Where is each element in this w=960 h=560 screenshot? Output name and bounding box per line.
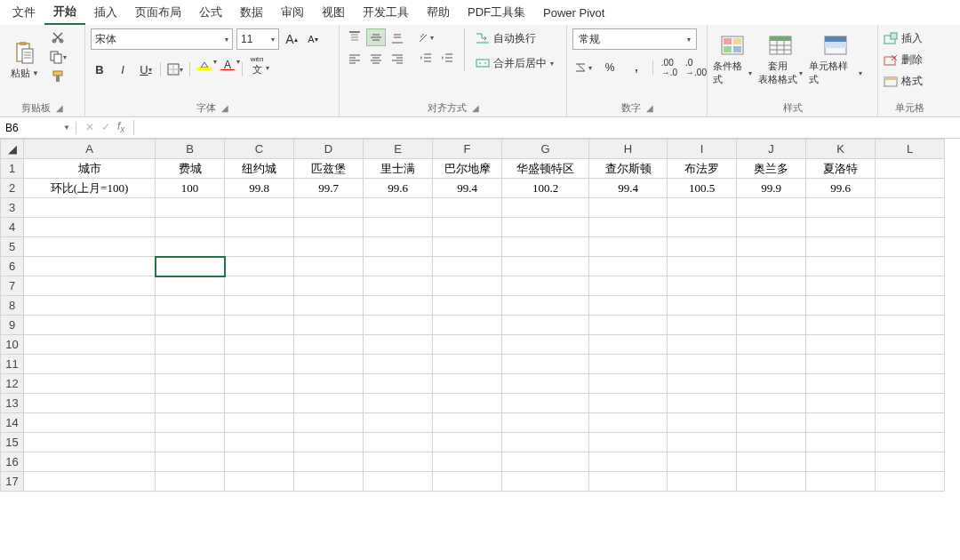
cell[interactable] [876, 413, 945, 433]
menu-view[interactable]: 视图 [313, 1, 354, 24]
cell[interactable] [24, 198, 156, 218]
cell[interactable] [225, 296, 294, 316]
row-header-16[interactable]: 16 [1, 452, 24, 472]
cell[interactable] [24, 218, 156, 237]
cell[interactable] [294, 198, 364, 218]
cell[interactable] [589, 374, 668, 394]
orientation-button[interactable]: ▾ [416, 28, 436, 46]
chevron-down-icon[interactable]: ▼ [60, 124, 70, 132]
cell[interactable] [24, 335, 156, 355]
cell[interactable] [433, 472, 502, 492]
cell[interactable] [225, 237, 294, 257]
cell[interactable] [225, 198, 294, 218]
cell[interactable] [737, 472, 806, 492]
cell-A2[interactable]: 环比(上月=100) [24, 179, 156, 198]
cell[interactable] [364, 296, 433, 316]
cell[interactable] [876, 296, 945, 316]
cell[interactable] [806, 472, 876, 492]
wrap-text-button[interactable]: 自动换行 [472, 28, 557, 48]
cell[interactable] [156, 452, 225, 472]
format-cells-button[interactable]: 格式 [884, 71, 923, 91]
cell[interactable] [433, 296, 502, 316]
format-painter-button[interactable] [48, 68, 68, 85]
cell[interactable] [806, 237, 876, 257]
menu-insert[interactable]: 插入 [85, 1, 126, 24]
cell[interactable] [876, 452, 945, 472]
cell[interactable] [589, 355, 668, 374]
cell[interactable] [433, 413, 502, 433]
font-size-select[interactable]: 11▾ [236, 28, 279, 50]
cell[interactable] [876, 394, 945, 413]
cell[interactable] [433, 374, 502, 394]
cell[interactable] [589, 452, 668, 472]
cell[interactable] [502, 413, 589, 433]
cell[interactable] [668, 433, 737, 452]
cell[interactable] [876, 472, 945, 492]
cell[interactable] [668, 198, 737, 218]
col-header-D[interactable]: D [294, 140, 364, 159]
row-header-15[interactable]: 15 [1, 433, 24, 452]
cell[interactable] [433, 355, 502, 374]
cell-D2[interactable]: 99.7 [294, 179, 364, 198]
cell[interactable] [876, 433, 945, 452]
cell[interactable] [668, 316, 737, 335]
cell[interactable] [294, 413, 364, 433]
row-header-13[interactable]: 13 [1, 394, 24, 413]
row-header-5[interactable]: 5 [1, 237, 24, 257]
row-header-17[interactable]: 17 [1, 472, 24, 492]
cell-C2[interactable]: 99.8 [225, 179, 294, 198]
cell[interactable] [433, 276, 502, 296]
cell[interactable] [364, 316, 433, 335]
cell[interactable] [589, 413, 668, 433]
font-color-button[interactable]: A▾ [219, 60, 236, 78]
cell-styles-button[interactable]: 单元格样式▾ [809, 28, 862, 91]
cell[interactable] [433, 198, 502, 218]
row-header-7[interactable]: 7 [1, 276, 24, 296]
cell[interactable] [294, 374, 364, 394]
cell[interactable] [806, 316, 876, 335]
font-name-select[interactable]: 宋体▾ [91, 28, 233, 50]
cell[interactable] [156, 355, 225, 374]
cell[interactable] [156, 472, 225, 492]
cell[interactable] [589, 198, 668, 218]
cell[interactable] [668, 276, 737, 296]
menu-formulas[interactable]: 公式 [190, 1, 231, 24]
cell[interactable] [737, 237, 806, 257]
merge-center-button[interactable]: 合并后居中 ▾ [472, 53, 557, 73]
number-format-select[interactable]: 常规▾ [572, 28, 697, 50]
row-header-9[interactable]: 9 [1, 316, 24, 335]
cell[interactable] [24, 452, 156, 472]
cell[interactable] [668, 472, 737, 492]
cell[interactable] [502, 237, 589, 257]
cell[interactable] [668, 394, 737, 413]
cell[interactable] [433, 316, 502, 335]
row-header-2[interactable]: 2 [1, 179, 24, 198]
cell[interactable] [294, 237, 364, 257]
cell-B2[interactable]: 100 [156, 179, 225, 198]
cell[interactable] [668, 335, 737, 355]
menu-home[interactable]: 开始 [44, 0, 85, 25]
delete-cells-button[interactable]: 删除 [884, 50, 923, 69]
cell[interactable] [668, 355, 737, 374]
cell[interactable] [225, 276, 294, 296]
cell[interactable] [156, 218, 225, 237]
cell-I2[interactable]: 100.5 [668, 179, 737, 198]
cell[interactable] [668, 296, 737, 316]
cell[interactable] [737, 394, 806, 413]
cell[interactable] [24, 394, 156, 413]
row-header-14[interactable]: 14 [1, 413, 24, 433]
cell[interactable] [502, 276, 589, 296]
align-bottom-button[interactable] [388, 28, 407, 46]
cell[interactable] [806, 198, 876, 218]
cell[interactable] [294, 472, 364, 492]
italic-button[interactable]: I [114, 60, 132, 78]
decrease-indent-button[interactable] [416, 50, 436, 68]
cell[interactable] [806, 218, 876, 237]
cell[interactable] [225, 433, 294, 452]
cell[interactable] [668, 237, 737, 257]
cell[interactable] [502, 433, 589, 452]
cell[interactable] [24, 296, 156, 316]
row-header-3[interactable]: 3 [1, 198, 24, 218]
cell[interactable] [24, 316, 156, 335]
menu-data[interactable]: 数据 [231, 1, 272, 24]
